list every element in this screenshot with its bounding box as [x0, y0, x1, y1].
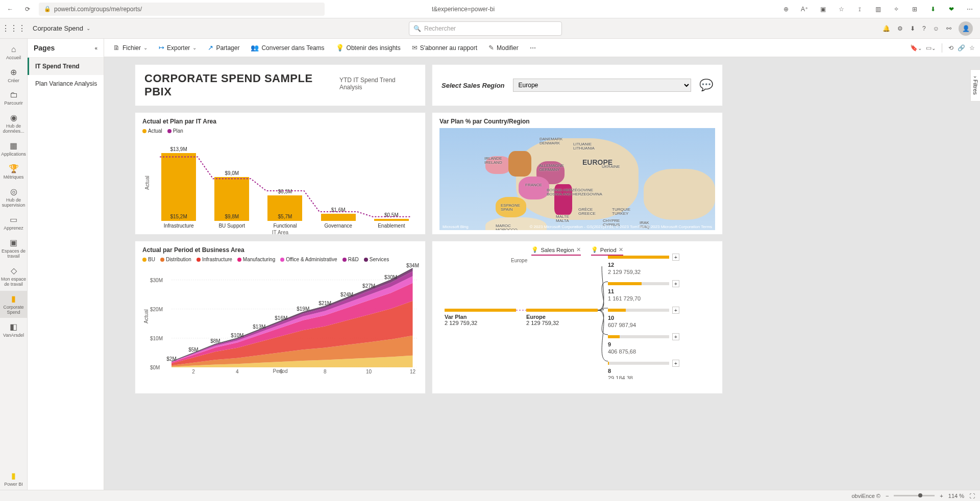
breadcrumb[interactable]: Corporate Spend ⌄ — [28, 24, 95, 32]
export-menu[interactable]: ↦Exporter⌄ — [155, 42, 201, 54]
address-bar[interactable]: 🔒 powerbi.com/groups/me/reports/ — [39, 3, 325, 16]
more-icon[interactable]: ⋯ — [964, 3, 976, 15]
feedback-icon[interactable]: ☺ — [933, 25, 939, 32]
close-icon[interactable]: ✕ — [576, 246, 581, 253]
decomp-europe[interactable]: Europe 2 129 759,32 — [526, 309, 598, 326]
monitor-icon: ◎ — [10, 187, 17, 196]
decomp-tree-card[interactable]: 💡 Sales Region ✕ 💡 Period ✕ Europe — [432, 241, 723, 394]
rail-metrics[interactable]: 🏆Métriques — [0, 161, 28, 183]
rail-powerbi[interactable]: ▮Power BI — [0, 468, 28, 490]
bar-legend: Actual Plan — [142, 128, 418, 134]
expand-icon[interactable]: + — [672, 254, 679, 261]
settings-icon[interactable]: ⚙ — [897, 25, 903, 32]
powerbi-icon: ▮ — [11, 471, 16, 481]
rail-apps[interactable]: ▦Applications — [0, 138, 28, 160]
decomp-node-9[interactable]: +9406 875,68 — [608, 333, 679, 355]
rail-corpspend[interactable]: ▮Corporate Spend — [0, 291, 28, 318]
pages-panel: Pages « IT Spend Trend Plan Variance Ana… — [28, 39, 104, 490]
favorites-bar-icon[interactable]: ✧ — [890, 3, 902, 15]
zoom-out-button[interactable]: − — [886, 493, 889, 499]
map-card[interactable]: Var Plan % par Country/Region EUROPE IRL… — [432, 112, 723, 235]
app-icon[interactable]: ⊞ — [909, 3, 921, 15]
performance-icon[interactable]: ❤ — [945, 3, 958, 15]
rail-workspaces[interactable]: ▣Espaces de travail — [0, 235, 28, 262]
view-icon[interactable]: ▭⌄ — [926, 44, 936, 52]
enter-immersive-icon[interactable]: ▣ — [817, 3, 829, 15]
comment-icon[interactable]: 💬 — [699, 79, 713, 92]
map-label-turkey: TURQUIE TURKEY — [612, 208, 630, 216]
app-launcher-icon[interactable]: ⋮⋮⋮ — [0, 18, 28, 39]
zoom-in-button[interactable]: + — [940, 493, 943, 499]
page-it-spend-trend[interactable]: IT Spend Trend — [28, 58, 104, 75]
bar-y-axis: Actual — [142, 137, 152, 229]
bar-chart-card[interactable]: Actual et Plan par IT Area Actual Plan A… — [135, 112, 426, 235]
person-icon: 👤 — [962, 25, 970, 32]
map-uk-land — [508, 151, 531, 177]
download-icon[interactable]: ⬇ — [927, 3, 939, 15]
bar-bu-support[interactable]: $9,0M$9,8MBU Support — [212, 170, 252, 229]
decomp-node-8[interactable]: +829 184,38 — [608, 360, 679, 379]
decomp-node-11[interactable]: +111 161 729,70 — [608, 280, 679, 302]
map-label-spain: ESPAGNE SPAIN — [501, 204, 520, 212]
expand-icon[interactable]: + — [672, 307, 679, 314]
decomp-node-12[interactable]: +122 129 759,32 — [608, 254, 679, 275]
reset-icon[interactable]: ⟲ — [948, 44, 953, 52]
rail-home[interactable]: ⌂Accueil — [0, 42, 28, 63]
edit-button[interactable]: ✎Modifier — [484, 42, 523, 54]
browser-toolbar: ← ⟳ 🔒 powerbi.com/groups/me/reports/ t&e… — [0, 0, 980, 18]
bar-enablement[interactable]: $0,5MEnablement — [372, 212, 411, 229]
share-link-icon[interactable]: 🔗 — [958, 44, 965, 52]
rail-create[interactable]: ⊕Créer — [0, 64, 28, 86]
subscribe-button[interactable]: ✉S'abonner au rapport — [408, 42, 481, 54]
user-avatar[interactable]: 👤 — [959, 21, 973, 36]
search-box[interactable]: 🔍 Rechercher — [409, 21, 562, 36]
legend-dot-actual — [142, 129, 146, 133]
extensions-icon[interactable]: ⟟ — [853, 3, 866, 15]
download-pbi-icon[interactable]: ⬇ — [910, 25, 915, 32]
more-options[interactable]: ⋯ — [526, 42, 540, 54]
insights-button[interactable]: 💡Obtenir des insights — [332, 42, 405, 54]
expand-icon[interactable]: + — [672, 360, 679, 367]
url-query: t&experience=power-bi — [432, 6, 495, 13]
bar-functional[interactable]: $6,3M$5,7MFunctional — [265, 189, 305, 229]
collections-icon[interactable]: ▥ — [872, 3, 884, 15]
fit-page-icon[interactable]: ⛶ — [969, 493, 975, 499]
bookmark-icon[interactable]: 🔖⌄ — [910, 44, 922, 52]
help-icon[interactable]: ? — [922, 25, 926, 32]
decomp-node-10[interactable]: +10607 987,94 — [608, 307, 679, 328]
area-chart-card[interactable]: Actual par Period et Business Area BU Di… — [135, 241, 426, 394]
bar-infrastructure[interactable]: $13,9M$15,2MInfrastructure — [159, 146, 199, 229]
rail-vanarsdel[interactable]: ◧VanArsdel — [0, 319, 28, 341]
rail-learn[interactable]: ▭Apprenez — [0, 212, 28, 234]
file-menu[interactable]: 🗎Fichier⌄ — [109, 42, 152, 54]
report-title-card: CORPORATE SPEND SAMPLE PBIX YTD IT Spend… — [135, 64, 426, 106]
rail-datahub[interactable]: ◉Hub de données... — [0, 110, 28, 137]
zoom-icon[interactable]: ⊕ — [780, 3, 792, 15]
teams-button[interactable]: 👥Converser dans Teams — [247, 42, 328, 54]
zoom-slider[interactable] — [894, 495, 935, 496]
favorite-icon[interactable]: ☆ — [835, 3, 847, 15]
rail-myws[interactable]: ◇Mon espace de travail — [0, 263, 28, 290]
back-button[interactable]: ← — [4, 3, 16, 15]
bar-plot-area: $13,9M$15,2MInfrastructure$9,0M$9,8MBU S… — [152, 137, 418, 229]
map-visual[interactable]: EUROPE IRLANDE IRELAND DANEMARK DENMARK … — [439, 128, 715, 230]
mail-icon: ✉ — [412, 44, 418, 52]
star-icon[interactable]: ☆ — [969, 44, 975, 52]
refresh-button[interactable]: ⟳ — [21, 3, 34, 15]
close-icon[interactable]: ✕ — [619, 246, 623, 253]
share-button[interactable]: ↗Partager — [204, 42, 243, 54]
bar-governance[interactable]: $1,6MGovernance — [318, 207, 358, 229]
decomp-col-region[interactable]: 💡 Sales Region ✕ — [531, 246, 580, 256]
decomp-root[interactable]: Var Plan 2 129 759,32 — [445, 309, 516, 326]
map-asia-land — [644, 169, 715, 220]
expand-icon[interactable]: + — [672, 280, 679, 287]
expand-icon[interactable]: + — [672, 333, 679, 340]
rail-monitoring[interactable]: ◎Hub de supervision — [0, 184, 28, 211]
region-slicer[interactable]: Europe — [513, 79, 691, 92]
collapse-pages-icon[interactable]: « — [94, 45, 97, 51]
read-aloud-icon[interactable]: A⁺ — [798, 3, 811, 15]
page-plan-variance[interactable]: Plan Variance Analysis — [28, 75, 104, 92]
org-icon[interactable]: ⚯ — [946, 25, 951, 32]
rail-browse[interactable]: 🗀Parcourir — [0, 87, 28, 109]
notifications-icon[interactable]: 🔔 — [883, 25, 890, 32]
